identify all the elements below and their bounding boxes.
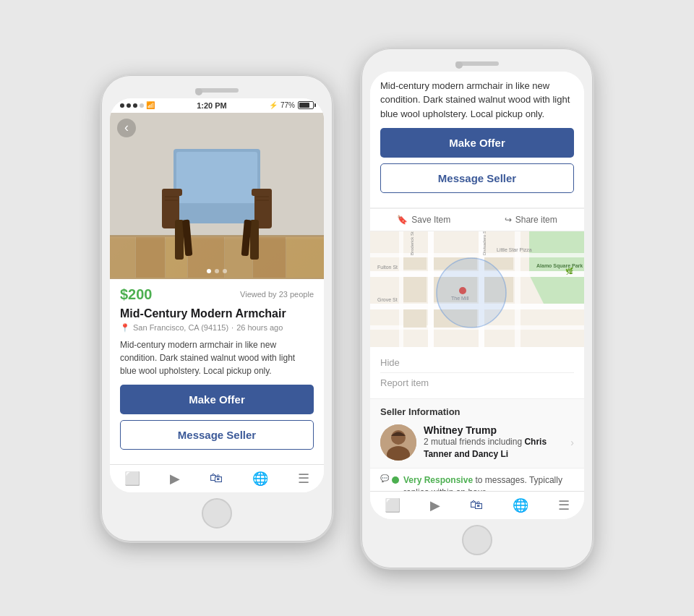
map-container[interactable]: Fulton St Grove St Broderick St Divisade…: [370, 231, 584, 347]
product-screen: ‹ $200 Viewed by 23 people Mid-Century M…: [110, 113, 324, 464]
product-price: $200: [120, 286, 153, 303]
status-bar-left: 📶 1:20 PM ⚡ 77%: [110, 98, 324, 113]
response-dot: [392, 476, 399, 484]
svg-text:🌿: 🌿: [565, 267, 574, 275]
detail-description: Mid-century modern armchair in like new …: [380, 79, 574, 121]
svg-rect-19: [162, 189, 182, 196]
share-label: Share item: [515, 215, 557, 225]
nav2-globe-icon[interactable]: 🌐: [513, 497, 528, 513]
signal-area: 📶: [120, 101, 155, 109]
nav-video-icon[interactable]: ▶: [170, 471, 180, 487]
message-seller-button[interactable]: Message Seller: [120, 420, 314, 450]
bottom-nav-right: ⬜ ▶ 🛍 🌐 ☰: [370, 491, 584, 519]
phone-left: 📶 1:20 PM ⚡ 77%: [101, 75, 333, 542]
seller-avatar: [380, 424, 416, 461]
signal-dot-4: [140, 103, 144, 108]
nav-news-icon[interactable]: ⬜: [124, 471, 140, 487]
home-button-right[interactable]: [462, 525, 492, 555]
nav2-menu-icon[interactable]: ☰: [558, 497, 570, 513]
save-label: Save Item: [411, 215, 450, 225]
screen-left: 📶 1:20 PM ⚡ 77%: [110, 98, 324, 492]
svg-rect-3: [110, 237, 135, 278]
share-icon: ↪: [505, 215, 512, 225]
seller-info: Whitney Trump 2 mutual friends including…: [424, 424, 563, 461]
hide-link[interactable]: Hide: [380, 353, 574, 372]
hide-report-section: Hide Report item: [370, 347, 584, 399]
svg-rect-21: [165, 196, 178, 197]
image-dots: [207, 269, 227, 273]
make-offer-button[interactable]: Make Offer: [120, 385, 314, 414]
product-time: 26 hours ago: [236, 323, 283, 332]
dot-1: [207, 269, 211, 273]
product-info: $200 Viewed by 23 people Mid-Century Mod…: [110, 279, 324, 464]
scene: 📶 1:20 PM ⚡ 77%: [80, 27, 614, 590]
product-image: ‹: [110, 113, 324, 279]
responsive-row: 💬 Very Responsive to messages. Typically…: [370, 468, 584, 491]
product-description: Mid-century modern armchair in like new …: [120, 338, 314, 377]
dot-3: [223, 269, 227, 273]
svg-rect-41: [403, 309, 427, 328]
meta-separator: ·: [231, 323, 234, 332]
product-location: San Francisco, CA (94115): [133, 323, 228, 332]
status-time: 1:20 PM: [197, 101, 227, 110]
battery-pct: 77%: [280, 101, 295, 109]
home-button-left[interactable]: [202, 498, 232, 529]
svg-text:Fulton St: Fulton St: [377, 265, 398, 270]
detail-message-seller-button[interactable]: Message Seller: [380, 163, 574, 193]
avatar-image: [380, 424, 416, 461]
save-item-button[interactable]: 🔖 Save Item: [397, 215, 450, 225]
report-link[interactable]: Report item: [380, 373, 574, 393]
seller-name: Whitney Trump: [424, 424, 563, 436]
status-right-area: ⚡ 77%: [269, 101, 314, 109]
svg-rect-22: [165, 200, 178, 201]
svg-text:Broderick St: Broderick St: [410, 231, 414, 255]
back-button[interactable]: ‹: [117, 119, 136, 137]
bluetooth-icon: ⚡: [269, 101, 278, 109]
svg-rect-31: [428, 231, 434, 347]
detail-make-offer-button[interactable]: Make Offer: [380, 128, 574, 158]
nav2-video-icon[interactable]: ▶: [430, 497, 440, 513]
chat-icon: 💬: [380, 474, 389, 482]
detail-header: Mid-century modern armchair in like new …: [370, 72, 584, 209]
nav-marketplace-icon[interactable]: 🛍: [210, 471, 223, 486]
svg-point-52: [437, 258, 506, 328]
seller-section: Seller Information: [370, 399, 584, 468]
svg-rect-35: [403, 257, 427, 270]
svg-rect-11: [176, 152, 257, 208]
map-svg: Fulton St Grove St Broderick St Divisade…: [370, 231, 584, 347]
save-share-row: 🔖 Save Item ↪ Share item: [370, 208, 584, 231]
svg-rect-38: [403, 277, 427, 302]
svg-rect-16: [250, 220, 259, 260]
nav-menu-icon[interactable]: ☰: [298, 471, 309, 487]
screen-right: Mid-century modern armchair in like new …: [370, 72, 584, 519]
svg-rect-34: [399, 231, 403, 347]
battery-fill: [299, 103, 309, 108]
nav2-marketplace-icon[interactable]: 🛍: [470, 497, 483, 513]
share-item-button[interactable]: ↪ Share item: [505, 215, 557, 225]
svg-rect-20: [252, 189, 272, 196]
bottom-nav-left: ⬜ ▶ 🛍 🌐 ☰: [110, 464, 324, 492]
phone-right: Mid-century modern armchair in like new …: [361, 48, 593, 568]
product-meta: 📍 San Francisco, CA (94115) · 26 hours a…: [120, 323, 314, 333]
seller-row: Whitney Trump 2 mutual friends including…: [380, 424, 574, 461]
nav-globe-icon[interactable]: 🌐: [252, 471, 268, 487]
viewed-count: Viewed by 23 people: [240, 290, 314, 299]
mutual-count: 2 mutual friends including: [424, 437, 522, 447]
seller-chevron-icon[interactable]: ›: [570, 437, 574, 448]
camera-right: [455, 61, 463, 69]
chair-illustration: [110, 113, 324, 279]
response-text: Very Responsive to messages. Typically r…: [403, 474, 574, 491]
battery-icon: [298, 101, 314, 109]
svg-text:Grove St: Grove St: [377, 297, 398, 302]
svg-rect-23: [256, 196, 269, 197]
svg-rect-15: [175, 220, 184, 260]
responsive-label: Very Responsive: [403, 475, 473, 485]
svg-text:Alamo Square Park: Alamo Square Park: [536, 263, 583, 269]
nav2-news-icon[interactable]: ⬜: [385, 497, 400, 513]
svg-text:Divisadero St: Divisadero St: [482, 231, 487, 255]
svg-rect-9: [286, 237, 324, 278]
camera-left: [195, 88, 202, 95]
mutual-friends: 2 mutual friends including Chris Tanner …: [424, 436, 563, 461]
svg-rect-4: [136, 237, 165, 278]
signal-dot-2: [127, 103, 131, 108]
